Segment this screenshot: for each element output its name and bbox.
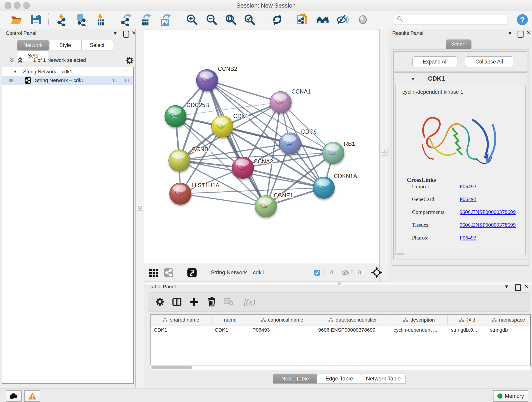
left-splitter[interactable] bbox=[135, 29, 144, 388]
cell-namespace[interactable]: stringdb bbox=[487, 327, 530, 333]
tab-edge-table[interactable]: Edge Table bbox=[317, 374, 361, 384]
tab-style[interactable]: Style bbox=[49, 40, 81, 51]
cloud-button[interactable] bbox=[6, 390, 22, 402]
crosslink-genecard-link[interactable]: P06493 bbox=[460, 196, 476, 202]
add-column-icon[interactable] bbox=[187, 295, 201, 309]
column-header-namespace[interactable]: namespace bbox=[487, 315, 530, 325]
import-network-database-icon[interactable] bbox=[74, 13, 88, 27]
collapse-triangle-icon[interactable]: ▼ bbox=[13, 70, 17, 74]
cell-description[interactable]: cyclin-dependent ... bbox=[390, 327, 448, 333]
horizontal-splitter-handle[interactable] bbox=[338, 282, 341, 285]
import-table-icon[interactable] bbox=[94, 13, 108, 27]
houses-icon[interactable] bbox=[316, 13, 329, 27]
column-header-canonicalname[interactable]: canonical name bbox=[249, 315, 315, 325]
tab-node-table[interactable]: Node Table bbox=[273, 374, 317, 384]
left-splitter-handle[interactable] bbox=[137, 205, 143, 211]
right-splitter[interactable] bbox=[379, 29, 389, 282]
float-panel-icon[interactable] bbox=[515, 284, 521, 291]
hide-unhide-icon[interactable] bbox=[336, 13, 349, 27]
results-panel: Results Panel ▼ ✕ String Expand All Coll… bbox=[388, 29, 532, 282]
zoom-selected-icon[interactable] bbox=[243, 13, 257, 27]
gear-icon[interactable] bbox=[125, 56, 134, 66]
tab-network[interactable]: Network bbox=[17, 40, 49, 51]
edge-CCNB2-CCNA1[interactable] bbox=[207, 80, 281, 102]
column-header-sharedname[interactable]: shared name bbox=[151, 315, 211, 325]
cell-databaseidentifier[interactable]: 9606.ENSP00000378699 bbox=[315, 327, 390, 333]
float-panel-icon[interactable] bbox=[123, 31, 129, 38]
table-hscrollbar-thumb[interactable] bbox=[151, 366, 192, 369]
node-CDC25B[interactable] bbox=[165, 105, 186, 127]
node-HIST1H1A[interactable] bbox=[170, 183, 191, 204]
memory-button[interactable]: Memory bbox=[493, 390, 528, 402]
network-row[interactable]: String Network – cdk1 11 48 bbox=[2, 76, 133, 85]
gear-icon[interactable] bbox=[153, 295, 167, 309]
results-hscroll-thumb[interactable] bbox=[397, 253, 404, 255]
column-header-name[interactable]: name bbox=[211, 315, 249, 325]
network-canvas[interactable]: CCNB2CCNA1CDC25BCDK1CDC6RB1CCNB1CCNA2CDK… bbox=[144, 30, 379, 264]
right-splitter-handle[interactable] bbox=[381, 149, 388, 156]
apply-layout-icon[interactable] bbox=[270, 13, 284, 27]
panel-menu-icon[interactable]: ▼ bbox=[113, 30, 118, 36]
column-header-id[interactable]: @id bbox=[448, 315, 487, 325]
delete-column-icon[interactable] bbox=[205, 295, 219, 309]
grid-view-icon[interactable] bbox=[147, 266, 161, 280]
warning-button[interactable] bbox=[24, 390, 40, 402]
node-CDC6[interactable] bbox=[279, 133, 301, 154]
export-image-icon[interactable] bbox=[158, 13, 172, 27]
search-box[interactable] bbox=[394, 14, 507, 25]
birdseye-toggle-icon[interactable] bbox=[371, 267, 383, 279]
cell-canonicalname[interactable]: P06493 bbox=[249, 327, 315, 333]
hidden-eye-icon[interactable] bbox=[341, 269, 349, 277]
node-CDK1[interactable] bbox=[211, 116, 233, 137]
protein-section: ▼ CDK1 cyclin-dependent kinase 1 bbox=[393, 72, 527, 259]
crosslink-tissues-link[interactable]: 9606.ENSP00000378699 bbox=[460, 222, 516, 228]
import-network-file-icon[interactable] bbox=[55, 13, 69, 27]
save-session-icon[interactable] bbox=[29, 13, 43, 27]
close-panel-icon[interactable]: ✕ bbox=[526, 30, 531, 36]
help-icon[interactable]: ? bbox=[515, 13, 529, 27]
string-import-icon[interactable] bbox=[296, 13, 310, 27]
crosslink-pharos-link[interactable]: P06493 bbox=[460, 235, 476, 241]
crosslink-label: Uniprot: bbox=[412, 183, 431, 190]
panel-menu-icon[interactable]: ▼ bbox=[507, 30, 513, 36]
zoom-out-icon[interactable] bbox=[205, 13, 219, 27]
node-CCNE1[interactable] bbox=[255, 196, 277, 217]
node-RB1[interactable] bbox=[323, 142, 344, 164]
tab-network-table[interactable]: Network Table bbox=[361, 374, 405, 384]
cell-sharedname[interactable]: CDK1 bbox=[151, 327, 211, 333]
export-table-icon[interactable] bbox=[139, 13, 152, 27]
collapse-triangle-icon[interactable]: ▼ bbox=[411, 77, 415, 82]
network-collection-row[interactable]: ▼ String Network – cdk1 1 bbox=[2, 67, 133, 76]
crosslink-compartments-link[interactable]: 9606.ENSP00000378699 bbox=[460, 209, 516, 215]
tab-select[interactable]: Select bbox=[81, 40, 113, 51]
network-share-view-icon[interactable] bbox=[162, 266, 176, 280]
zoom-fit-icon[interactable] bbox=[224, 13, 238, 27]
column-header-description[interactable]: description bbox=[390, 315, 448, 325]
cell-name[interactable]: CDK1 bbox=[211, 327, 249, 333]
node-CDKN1A[interactable] bbox=[313, 177, 335, 198]
float-panel-icon[interactable] bbox=[518, 31, 524, 38]
detach-view-icon[interactable] bbox=[185, 266, 199, 280]
collapse-all-button[interactable]: Collapse All bbox=[465, 56, 513, 67]
table-row[interactable]: CDK1CDK1P064939606.ENSP00000378699cyclin… bbox=[151, 325, 530, 335]
close-panel-icon[interactable]: ✕ bbox=[524, 283, 528, 289]
open-session-icon[interactable] bbox=[9, 13, 23, 27]
zoom-in-icon[interactable] bbox=[185, 13, 199, 27]
expand-all-button[interactable]: Expand All bbox=[412, 56, 458, 67]
node-CCNA1[interactable] bbox=[270, 91, 291, 113]
table-hscrollbar[interactable] bbox=[150, 365, 530, 370]
tab-string[interactable]: String bbox=[446, 39, 472, 50]
show-columns-icon[interactable] bbox=[170, 295, 184, 309]
node-CCNB1[interactable] bbox=[169, 150, 190, 171]
network-view-toolbar: String Network – cdk1 1 - 0 0 - 0 bbox=[144, 264, 379, 282]
selected-checkbox[interactable] bbox=[314, 269, 320, 277]
node-CCNB2[interactable] bbox=[196, 70, 218, 91]
node-CCNA2[interactable] bbox=[232, 157, 254, 179]
cell-id[interactable]: stringdb:9... bbox=[448, 327, 487, 333]
column-header-databaseidentifier[interactable]: database identifier bbox=[315, 315, 390, 325]
search-input[interactable] bbox=[404, 16, 503, 23]
preview-eye-icon[interactable] bbox=[356, 13, 370, 27]
crosslink-uniprot-link[interactable]: P06493 bbox=[460, 183, 476, 190]
export-network-icon[interactable] bbox=[120, 13, 133, 27]
panel-menu-icon[interactable]: ▼ bbox=[504, 284, 509, 290]
